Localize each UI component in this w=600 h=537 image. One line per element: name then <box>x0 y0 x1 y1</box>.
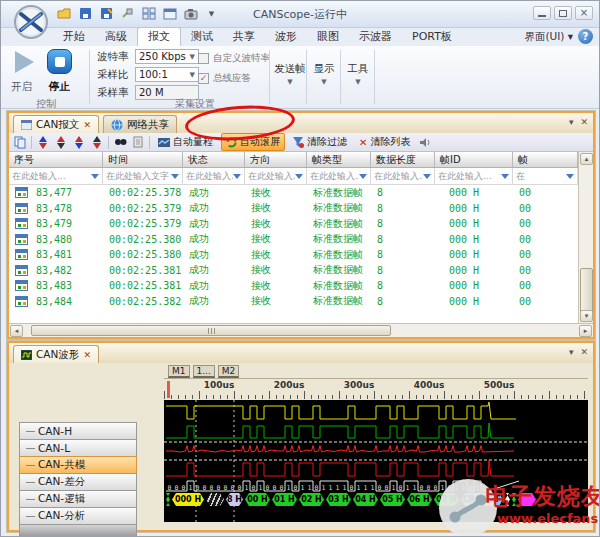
column-header-5[interactable]: 数据长度 <box>371 152 435 168</box>
frame-nav-icon-3[interactable] <box>72 136 86 149</box>
start-button[interactable] <box>15 51 34 73</box>
channel-item-3[interactable]: CAN-差分 <box>19 473 137 491</box>
column-header-7[interactable]: 帧 <box>513 152 578 168</box>
ribbon-tab-6[interactable]: 眼图 <box>307 28 349 46</box>
waveform-display[interactable]: 0001000000010100010110111101110010110001… <box>164 400 588 522</box>
stop-button[interactable] <box>47 49 72 74</box>
speaker-icon[interactable] <box>418 136 432 149</box>
chevron-down-icon[interactable]: ▼ <box>190 53 195 61</box>
channel-item-1[interactable]: CAN-L <box>19 439 137 457</box>
vertical-scroll-thumb[interactable] <box>580 268 593 314</box>
filter-funnel-icon[interactable] <box>91 174 99 179</box>
filter-funnel-icon[interactable] <box>295 174 303 179</box>
frame-nav-icon-4[interactable] <box>90 136 104 149</box>
marker-tag-2[interactable]: M2 <box>218 365 240 378</box>
ruler-cursor[interactable] <box>167 381 170 398</box>
field-input-1[interactable]: 100:1▼ <box>135 67 199 82</box>
analysis-bubble-9[interactable]: 05 H <box>380 493 405 506</box>
checkbox-1[interactable]: ✓总线应答 <box>198 72 251 85</box>
filter-funnel-icon[interactable] <box>566 174 574 179</box>
ribbon-tab-8[interactable]: PORT板 <box>402 28 462 46</box>
ribbon-tab-2[interactable]: 报文 <box>137 27 181 46</box>
ribbon-tab-7[interactable]: 示波器 <box>349 28 402 46</box>
column-header-2[interactable]: 状态 <box>183 152 245 168</box>
table-row[interactable]: 83,47900:02:25.379 543成功接收标准数据帧8000 H00 <box>9 216 593 232</box>
find-icon[interactable] <box>113 136 127 149</box>
chevron-down-icon[interactable]: ▼ <box>190 71 195 79</box>
column-header-0[interactable]: 序号 <box>9 152 103 168</box>
scroll-up-icon[interactable]: ▴ <box>580 153 593 165</box>
analysis-bubble-12[interactable]: CRC-35F <box>461 493 503 506</box>
ribbon-tab-3[interactable]: 测试 <box>181 28 223 46</box>
filter-funnel-icon[interactable] <box>171 174 179 179</box>
filter-cell-5[interactable]: 在此处输入... <box>371 168 435 184</box>
vertical-scrollbar[interactable]: ▴ ▾ <box>578 152 593 323</box>
time-ruler[interactable]: 100us200us300us400us500us <box>164 379 588 400</box>
column-header-1[interactable]: 时间 <box>103 152 183 168</box>
analysis-bubble-8[interactable]: 04 H <box>353 493 378 506</box>
tab-can-waveform[interactable]: CAN波形 ✕ <box>13 345 99 363</box>
filter-cell-7[interactable]: 在 <box>513 168 578 184</box>
panel-close-icon[interactable]: ✕ <box>580 117 588 127</box>
filter-cell-2[interactable]: 在此处输入... <box>183 168 245 184</box>
analysis-bubble-6[interactable]: 02 H <box>299 493 324 506</box>
column-header-4[interactable]: 帧类型 <box>307 152 371 168</box>
ribbon-action-0[interactable]: 发送帧▼ <box>273 52 307 96</box>
marker-tag-0[interactable]: M1 <box>168 365 190 378</box>
column-header-6[interactable]: 帧ID <box>435 152 513 168</box>
clear-filter-button[interactable]: 清除过滤 <box>289 134 351 150</box>
checkbox-0[interactable]: 自定义波特率 <box>198 52 270 65</box>
minimize-button[interactable] <box>533 6 551 20</box>
filter-funnel-icon[interactable] <box>501 174 509 179</box>
ribbon-tab-1[interactable]: 高级 <box>95 28 137 46</box>
table-row[interactable]: 83,48200:02:25.381 303成功接收标准数据帧8000 H00 <box>9 263 593 279</box>
table-row[interactable]: 83,48100:02:25.380 811成功接收标准数据帧8000 H00 <box>9 247 593 263</box>
analysis-bubble-4[interactable]: 00 H <box>245 493 270 506</box>
filter-cell-3[interactable]: 在此处输入... <box>245 168 307 184</box>
scroll-right-icon[interactable]: ▸ <box>579 325 592 337</box>
tab-can-messages[interactable]: CAN报文 ✕ <box>13 115 99 133</box>
frame-nav-icon-1[interactable] <box>36 136 50 149</box>
close-button[interactable]: × <box>575 6 593 20</box>
panel-menu-icon[interactable]: ▾ <box>569 347 574 357</box>
ui-menu-button[interactable]: 界面(UI) ▾ <box>524 30 573 44</box>
filter-funnel-icon[interactable] <box>359 174 367 179</box>
panel-menu-icon[interactable]: ▾ <box>569 117 574 127</box>
table-row[interactable]: 83,48300:02:25.381 799成功接收标准数据帧8000 H00 <box>9 278 593 294</box>
field-input-0[interactable]: 250 Kbps▼ <box>135 49 199 64</box>
frame-nav-icon-2[interactable] <box>54 136 68 149</box>
maximize-button[interactable] <box>554 6 572 20</box>
analysis-bubble-10[interactable]: 06 H <box>407 493 432 506</box>
filter-funnel-icon[interactable] <box>233 174 241 179</box>
checkbox-box[interactable]: ✓ <box>198 73 209 84</box>
channel-item-4[interactable]: CAN-逻辑 <box>19 490 137 508</box>
filter-cell-6[interactable]: 在此处输入... <box>435 168 513 184</box>
ribbon-tab-0[interactable]: 开始 <box>53 28 95 46</box>
ribbon-tab-4[interactable]: 共享 <box>223 28 265 46</box>
table-row[interactable]: 83,48400:02:25.382 295成功接收标准数据帧8000 H00 <box>9 294 593 310</box>
filter-cell-0[interactable]: 在此处输入... <box>9 168 103 184</box>
table-row[interactable]: 83,47700:02:25.378 135成功接收标准数据帧8000 H00 <box>9 185 593 201</box>
app-menu-button[interactable] <box>13 4 49 40</box>
ribbon-action-1[interactable]: 显示▼ <box>307 52 341 96</box>
filter-cell-1[interactable]: 在此处输入文字 <box>103 168 183 184</box>
analysis-bubble-5[interactable]: 01 H <box>272 493 297 506</box>
copy-icon[interactable] <box>13 136 27 149</box>
clear-list-button[interactable]: ✕清除列表 <box>355 134 414 150</box>
ribbon-tab-5[interactable]: 波形 <box>265 28 307 46</box>
panel-close-icon[interactable]: ✕ <box>580 347 588 357</box>
channel-item-0[interactable]: CAN-H <box>19 422 137 440</box>
checkbox-box[interactable] <box>198 53 209 64</box>
channel-item-2[interactable]: CAN-共模 <box>19 456 137 474</box>
channel-item-5[interactable]: CAN-分析 <box>19 507 137 525</box>
analysis-bubble-1[interactable]: 000 H <box>172 493 204 506</box>
table-row[interactable]: 83,47800:02:25.379 047成功接收标准数据帧8000 H00 <box>9 201 593 217</box>
horizontal-scrollbar[interactable]: ◂ ▸ <box>9 323 593 337</box>
scroll-down-icon[interactable]: ▾ <box>580 310 593 322</box>
table-row[interactable]: 83,48000:02:25.380 039成功接收标准数据帧8000 H00 <box>9 232 593 248</box>
help-icon[interactable]: ? <box>578 29 593 44</box>
tab-close-icon[interactable]: ✕ <box>83 350 91 360</box>
tab-network-share[interactable]: 网络共享 <box>103 115 177 133</box>
scroll-left-icon[interactable]: ◂ <box>10 325 23 337</box>
report-icon[interactable] <box>131 136 145 149</box>
